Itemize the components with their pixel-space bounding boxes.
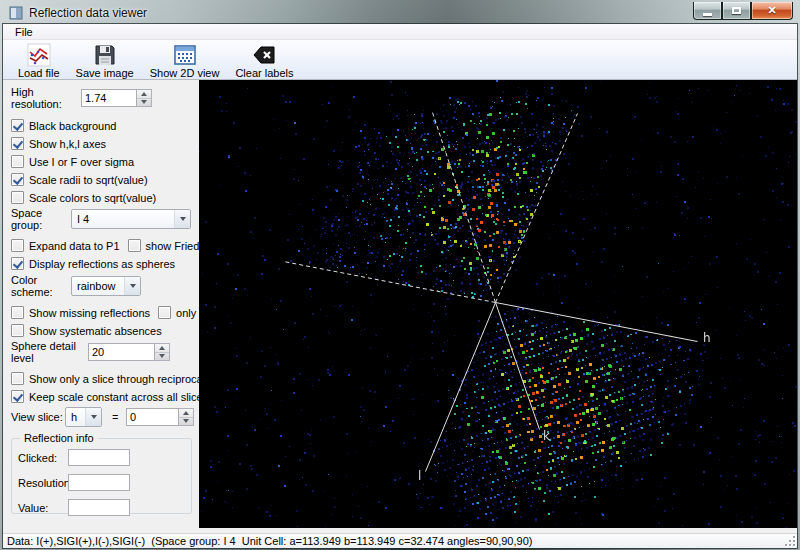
close-button[interactable]: ✕ xyxy=(751,2,793,20)
value-label: Value: xyxy=(18,502,68,514)
show-2d-view-button[interactable]: Show 2D view xyxy=(145,42,225,80)
show-hkl-axes-label: Show h,k,l axes xyxy=(29,138,106,150)
clicked-input[interactable] xyxy=(68,449,130,466)
friedel-pairs-checkbox[interactable] xyxy=(128,239,141,252)
resolution-label: Resolution: xyxy=(18,477,68,489)
i-over-sigma-checkbox[interactable] xyxy=(11,155,24,168)
color-scheme-label: Color scheme: xyxy=(11,274,71,298)
i-over-sigma-label: Use I or F over sigma xyxy=(29,156,134,168)
color-scheme-value: rainbow xyxy=(77,280,124,292)
minimize-icon xyxy=(703,13,712,16)
chevron-down-icon xyxy=(85,408,101,426)
expand-p1-label: Expand data to P1 xyxy=(29,240,120,252)
systematic-absences-label: Show systematic absences xyxy=(29,325,162,337)
display-spheres-checkbox[interactable] xyxy=(11,257,24,270)
sphere-detail-spinner[interactable] xyxy=(155,343,170,361)
show-missing-checkbox[interactable] xyxy=(11,306,24,319)
view-slice-input[interactable] xyxy=(126,408,179,426)
scale-radii-checkbox[interactable] xyxy=(11,173,24,186)
maximize-icon xyxy=(732,7,741,14)
load-file-icon xyxy=(27,43,51,67)
expand-p1-checkbox[interactable] xyxy=(11,239,24,252)
keep-scale-label: Keep scale constant across all slices xyxy=(29,391,199,403)
high-resolution-input[interactable] xyxy=(81,89,137,107)
menubar: File xyxy=(3,24,797,40)
titlebar[interactable]: Reflection data viewer ✕ xyxy=(3,2,797,24)
missing-only-label: only xyxy=(176,307,196,319)
color-scheme-select[interactable]: rainbow xyxy=(71,276,141,296)
reflection-info-group: Reflection info Clicked: Resolution: Val… xyxy=(11,438,192,514)
app-window: Reflection data viewer ✕ File Load file xyxy=(0,0,800,550)
view-slice-label: View slice: xyxy=(11,411,65,423)
resolution-input[interactable] xyxy=(68,474,130,491)
scale-colors-label: Scale colors to sqrt(value) xyxy=(29,192,156,204)
keep-scale-checkbox[interactable] xyxy=(11,390,24,403)
black-background-label: Black background xyxy=(29,120,116,132)
clicked-label: Clicked: xyxy=(18,452,68,464)
settings-panel: High resolution: Black background Show h… xyxy=(3,80,199,533)
space-group-label: Space group: xyxy=(11,207,71,231)
view-slice-axis-value: h xyxy=(71,411,85,423)
high-resolution-spinner[interactable] xyxy=(137,89,152,107)
clear-labels-icon xyxy=(252,43,276,67)
minimize-button[interactable] xyxy=(693,2,722,20)
slice-only-label: Show only a slice through reciprocal spa… xyxy=(29,373,199,385)
close-icon: ✕ xyxy=(767,5,776,16)
sphere-detail-input[interactable] xyxy=(88,343,155,361)
space-group-select[interactable]: I 4 xyxy=(71,209,191,229)
systematic-absences-checkbox[interactable] xyxy=(11,324,24,337)
clear-labels-button[interactable]: Clear labels xyxy=(230,42,298,80)
display-spheres-label: Display reflections as spheres xyxy=(29,258,175,270)
value-input[interactable] xyxy=(68,499,130,516)
menu-file[interactable]: File xyxy=(9,24,39,39)
space-group-value: I 4 xyxy=(77,213,174,225)
statusbar: Data: I(+),SIGI(+),I(-),SIGI(-) (Space g… xyxy=(3,533,797,548)
save-image-label: Save image xyxy=(76,67,134,79)
show-2d-view-label: Show 2D view xyxy=(150,67,220,79)
high-resolution-label: High resolution: xyxy=(11,86,81,110)
status-text: Data: I(+),SIGI(+),I(-),SIGI(-) (Space g… xyxy=(7,535,532,547)
load-file-button[interactable]: Load file xyxy=(13,42,65,80)
clear-labels-label: Clear labels xyxy=(235,67,293,79)
show-missing-label: Show missing reflections xyxy=(29,307,150,319)
sphere-detail-label: Sphere detail level xyxy=(11,340,88,364)
resize-grip[interactable] xyxy=(784,535,796,547)
viewport xyxy=(199,80,797,528)
scale-radii-label: Scale radii to sqrt(value) xyxy=(29,174,148,186)
maximize-button[interactable] xyxy=(722,2,751,20)
reflection-info-title: Reflection info xyxy=(20,432,98,444)
toolbar: Load file Save image xyxy=(3,40,797,80)
scale-colors-checkbox[interactable] xyxy=(11,191,24,204)
show-hkl-axes-checkbox[interactable] xyxy=(11,137,24,150)
save-image-icon xyxy=(93,43,117,67)
view-slice-spinner[interactable] xyxy=(179,408,194,426)
show-2d-view-icon xyxy=(173,43,197,67)
missing-only-checkbox[interactable] xyxy=(158,306,171,319)
chevron-down-icon xyxy=(124,277,140,295)
save-image-button[interactable]: Save image xyxy=(71,42,139,80)
equals-label: = xyxy=(112,411,124,423)
chevron-down-icon xyxy=(174,210,190,228)
window-title: Reflection data viewer xyxy=(29,6,147,20)
app-icon xyxy=(9,6,23,20)
load-file-label: Load file xyxy=(18,67,60,79)
view-slice-axis-select[interactable]: h xyxy=(65,407,102,427)
reflection-3d-view[interactable] xyxy=(199,80,797,528)
black-background-checkbox[interactable] xyxy=(11,119,24,132)
friedel-pairs-label: show Friedel pairs xyxy=(146,240,199,252)
slice-only-checkbox[interactable] xyxy=(11,372,24,385)
